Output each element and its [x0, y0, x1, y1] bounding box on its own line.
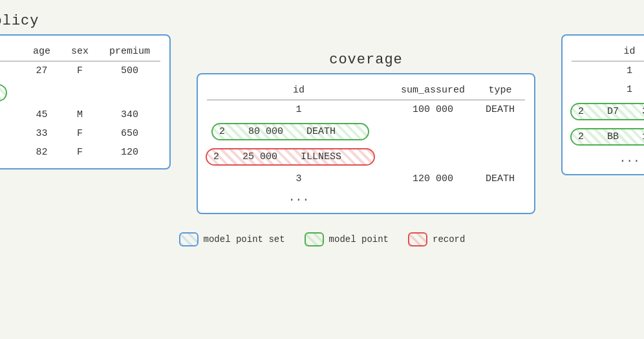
policy-r1-sex: F [61, 61, 99, 80]
coverage-r4-type: DEATH [475, 170, 525, 188]
fund-row-4: 2 BB 10 [572, 124, 644, 149]
coverage-ellipsis: ... [207, 188, 391, 206]
policy-r4-id: 4 [0, 124, 23, 143]
main-content: policy id age sex premium 1 27 F 500 [0, 0, 644, 221]
fund-r1-id: 1 [572, 61, 644, 80]
policy-r3-age: 45 [23, 105, 61, 124]
legend-red: record [408, 232, 465, 246]
legend-blue-label: model point set [204, 234, 285, 245]
policy-col-premium: premium [99, 42, 160, 61]
policy-col-age: age [23, 42, 61, 61]
fund-row-1: 1 AC 50 [572, 61, 644, 80]
coverage-r3-id: 2 25 000 ILLNESS [207, 144, 391, 170]
coverage-section: coverage id sum_assured type 1 100 000 D… [197, 52, 535, 214]
fund-r3-id: 2 D7 30 [572, 99, 644, 124]
policy-r3-sex: M [61, 105, 99, 124]
policy-r4-premium: 650 [99, 124, 160, 143]
fund-row-2: 1 x9 25 [572, 80, 644, 99]
policy-header-row: id age sex premium [0, 42, 160, 61]
coverage-r4-sum: 120 000 [391, 170, 475, 188]
policy-row-3: 3 45 M 340 [0, 105, 160, 124]
fund-r4-id: 2 BB 10 [572, 124, 644, 149]
legend-blue: model point set [179, 232, 285, 246]
fund-table: id code units 1 AC 50 1 x9 25 [572, 42, 644, 168]
coverage-row-4: 3 120 000 DEATH [207, 170, 525, 188]
coverage-header-row: id sum_assured type [207, 81, 525, 100]
fund-table-wrapper: id code units 1 AC 50 1 x9 25 [561, 34, 644, 175]
legend-green-box [305, 232, 324, 246]
fund-r2-id: 1 [572, 80, 644, 99]
policy-r5-premium: 120 [99, 143, 160, 162]
policy-row-4: 4 33 F 650 [0, 124, 160, 143]
fund-col-id: id [572, 42, 644, 61]
legend-green-label: model point [329, 234, 389, 245]
coverage-r2-id: 2 80 000 DEATH [207, 119, 391, 144]
coverage-row-3: 2 25 000 ILLNESS [207, 144, 525, 170]
coverage-r1-id: 1 [207, 100, 391, 119]
policy-row-5: 5 82 F 120 [0, 143, 160, 162]
legend: model point set model point record [166, 226, 478, 253]
policy-col-sex: sex [61, 42, 99, 61]
policy-r1-id: 1 [0, 61, 23, 80]
fund-section: fund id code units 1 AC 50 1 x9 [561, 13, 644, 175]
policy-col-id: id [0, 42, 23, 61]
legend-red-box [408, 232, 427, 246]
policy-r1-age: 27 [23, 61, 61, 80]
coverage-r1-sum: 100 000 [391, 100, 475, 119]
fund-ellipsis: ... [572, 149, 644, 168]
coverage-title: coverage [329, 52, 403, 68]
coverage-r4-id: 3 [207, 170, 391, 188]
coverage-table: id sum_assured type 1 100 000 DEATH 2 80… [207, 81, 525, 206]
coverage-row-2: 2 80 000 DEATH [207, 119, 525, 144]
policy-r1-premium: 500 [99, 61, 160, 80]
policy-r5-id: 5 [0, 143, 23, 162]
policy-r5-age: 82 [23, 143, 61, 162]
fund-header-row: id code units [572, 42, 644, 61]
policy-title: policy [0, 13, 39, 29]
policy-row-2: 2 64 M 270 [0, 80, 160, 105]
policy-table: id age sex premium 1 27 F 500 2 64 M 270 [0, 42, 160, 162]
coverage-col-sum: sum_assured [391, 81, 475, 100]
policy-r4-sex: F [61, 124, 99, 143]
policy-r4-age: 33 [23, 124, 61, 143]
coverage-row-1: 1 100 000 DEATH [207, 100, 525, 119]
policy-r3-premium: 340 [99, 105, 160, 124]
policy-r5-sex: F [61, 143, 99, 162]
policy-r3-id: 3 [0, 105, 23, 124]
coverage-col-type: type [475, 81, 525, 100]
policy-section: policy id age sex premium 1 27 F 500 [0, 13, 171, 170]
coverage-r1-type: DEATH [475, 100, 525, 119]
policy-row-1: 1 27 F 500 [0, 61, 160, 80]
policy-table-wrapper: id age sex premium 1 27 F 500 2 64 M 270 [0, 34, 171, 170]
coverage-col-id: id [207, 81, 391, 100]
fund-row-3: 2 D7 30 [572, 99, 644, 124]
legend-green: model point [305, 232, 389, 246]
legend-red-label: record [433, 234, 465, 245]
coverage-table-wrapper: id sum_assured type 1 100 000 DEATH 2 80… [197, 73, 535, 214]
policy-r2-id: 2 64 M 270 [0, 80, 23, 105]
legend-blue-box [179, 232, 199, 246]
